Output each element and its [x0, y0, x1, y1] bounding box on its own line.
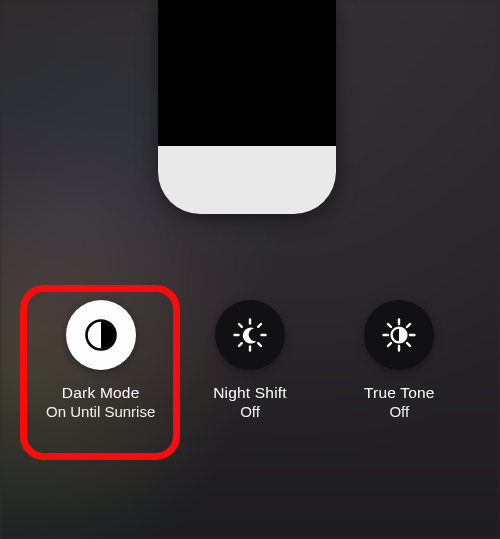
dark-mode-status: On Until Sunrise	[46, 403, 155, 422]
true-tone-status: Off	[389, 403, 409, 422]
svg-line-14	[388, 324, 391, 327]
night-shift-status: Off	[240, 403, 260, 422]
svg-line-5	[239, 324, 242, 327]
display-toggles-row: Dark Mode On Until Sunrise	[0, 300, 500, 421]
svg-line-17	[407, 324, 410, 327]
svg-line-15	[407, 343, 410, 346]
svg-line-8	[258, 324, 261, 327]
night-shift-icon	[215, 300, 285, 370]
dark-mode-icon	[66, 300, 136, 370]
brightness-slider[interactable]	[158, 0, 336, 214]
true-tone-toggle[interactable]: True Tone Off	[325, 300, 474, 421]
dark-mode-label: Dark Mode	[62, 384, 140, 403]
brightness-fill-level	[158, 146, 336, 214]
svg-line-7	[239, 343, 242, 346]
true-tone-icon	[364, 300, 434, 370]
dark-mode-toggle[interactable]: Dark Mode On Until Sunrise	[26, 300, 175, 421]
night-shift-toggle[interactable]: Night Shift Off	[175, 300, 324, 421]
night-shift-label: Night Shift	[213, 384, 287, 403]
true-tone-label: True Tone	[364, 384, 435, 403]
svg-line-6	[258, 343, 261, 346]
svg-line-16	[388, 343, 391, 346]
